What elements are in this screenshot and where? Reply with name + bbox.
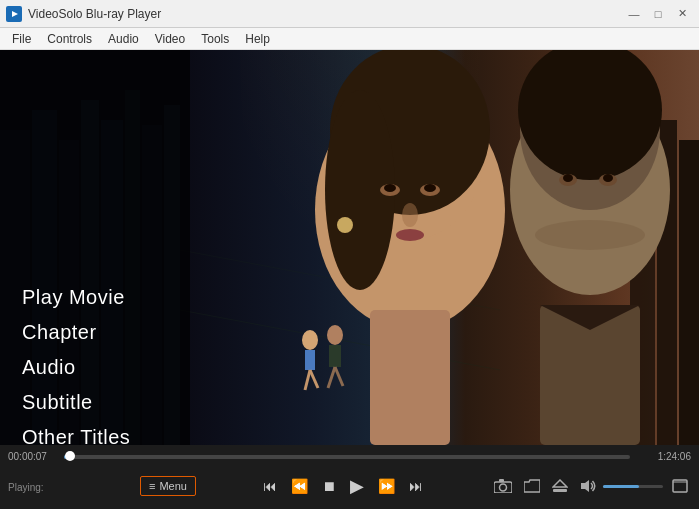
svg-rect-52	[553, 489, 567, 492]
fast-forward-button[interactable]: ⏩	[373, 474, 400, 498]
app-title: VideoSolo Blu-ray Player	[28, 7, 623, 21]
rewind-button[interactable]: ⏪	[286, 474, 313, 498]
time-current: 00:00:07	[8, 451, 58, 462]
title-bar: VideoSolo Blu-ray Player — □ ✕	[0, 0, 699, 28]
svg-point-36	[603, 174, 613, 182]
menu-button-area: ≡ Menu	[140, 476, 196, 496]
camera-icon	[494, 479, 512, 493]
volume-area	[577, 476, 663, 496]
menu-help[interactable]: Help	[237, 28, 278, 49]
prev-chapter-button[interactable]: ⏮	[258, 474, 282, 498]
fullscreen-icon	[672, 479, 688, 493]
video-area: Play Movie Chapter Audio Subtitle Other …	[0, 50, 699, 445]
svg-point-28	[337, 217, 353, 233]
time-total: 1:24:06	[636, 451, 691, 462]
nav-audio[interactable]: Audio	[0, 350, 180, 385]
controls-row: Playing: ≡ Menu ⏮ ⏪ ⏹ ▶ ⏩ ⏭	[0, 463, 699, 509]
svg-rect-40	[305, 350, 315, 370]
volume-fill	[603, 485, 639, 488]
progress-thumb[interactable]	[65, 451, 75, 461]
snapshot-button[interactable]	[491, 476, 515, 496]
playback-controls: ⏮ ⏪ ⏹ ▶ ⏩ ⏭	[208, 471, 479, 501]
menu-controls[interactable]: Controls	[39, 28, 100, 49]
volume-button[interactable]	[577, 476, 599, 496]
volume-track[interactable]	[603, 485, 663, 488]
svg-point-37	[535, 220, 645, 250]
menu-icon: ≡	[149, 480, 155, 492]
eject-button[interactable]	[549, 476, 571, 496]
close-button[interactable]: ✕	[671, 5, 693, 23]
menu-button-label: Menu	[159, 480, 187, 492]
menu-tools[interactable]: Tools	[193, 28, 237, 49]
progress-area: 00:00:07 1:24:06	[0, 445, 699, 463]
minimize-button[interactable]: —	[623, 5, 645, 23]
nav-other-titles[interactable]: Other Titles	[0, 420, 180, 445]
right-controls	[491, 476, 691, 496]
progress-track[interactable]	[64, 455, 630, 459]
svg-point-39	[302, 330, 318, 350]
next-chapter-button[interactable]: ⏭	[404, 474, 428, 498]
play-button[interactable]: ▶	[345, 471, 369, 501]
menu-audio[interactable]: Audio	[100, 28, 147, 49]
svg-point-26	[402, 203, 418, 227]
svg-marker-51	[553, 480, 567, 487]
nav-subtitle[interactable]: Subtitle	[0, 385, 180, 420]
folder-icon	[524, 479, 540, 493]
menu-bar: File Controls Audio Video Tools Help	[0, 28, 699, 50]
svg-rect-44	[329, 345, 341, 367]
fullscreen-button[interactable]	[669, 476, 691, 496]
svg-point-27	[396, 229, 424, 241]
stop-button[interactable]: ⏹	[317, 474, 341, 498]
playlist-button[interactable]	[521, 476, 543, 496]
nav-chapter[interactable]: Chapter	[0, 315, 180, 350]
maximize-button[interactable]: □	[647, 5, 669, 23]
svg-point-43	[327, 325, 343, 345]
svg-rect-14	[679, 140, 699, 445]
playing-label: Playing:	[8, 482, 44, 493]
eject-icon	[552, 479, 568, 493]
svg-marker-53	[581, 480, 589, 492]
window-controls: — □ ✕	[623, 5, 693, 23]
control-bar: 00:00:07 1:24:06 Playing: ≡ Menu ⏮ ⏪ ⏹ ▶…	[0, 445, 699, 509]
svg-point-25	[424, 184, 436, 192]
svg-rect-50	[499, 479, 504, 482]
menu-button[interactable]: ≡ Menu	[140, 476, 196, 496]
svg-point-49	[500, 484, 507, 491]
svg-rect-29	[370, 310, 450, 445]
nav-menu: Play Movie Chapter Audio Subtitle Other …	[0, 270, 180, 445]
menu-file[interactable]: File	[4, 28, 39, 49]
app-icon	[6, 6, 22, 22]
menu-video[interactable]: Video	[147, 28, 193, 49]
playing-label-area: Playing:	[8, 477, 138, 495]
nav-play-movie[interactable]: Play Movie	[0, 280, 180, 315]
speaker-icon	[580, 479, 596, 493]
svg-point-24	[384, 184, 396, 192]
svg-point-35	[563, 174, 573, 182]
